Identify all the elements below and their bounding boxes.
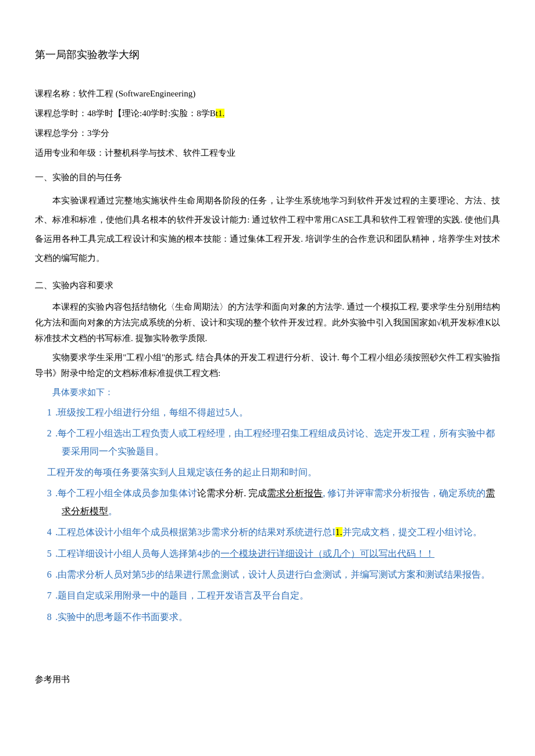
credits-line: 课程总学分：3学分	[35, 126, 500, 140]
section-1-paragraph: 本实验课程通过完整地实施状件生命周期各阶段的任务，让学生系统地学习到软件开发过程…	[35, 191, 500, 268]
item-text: 工程开发的每项任务要落实到人且规定该任务的起止日期和时间。	[47, 467, 317, 477]
requirement-item-8: 8.实验中的思考题不作书面要求。	[35, 608, 500, 626]
requirement-item-6: 6.由需求分析人员对第5步的结果进行黑盒测试，设计人员进行白盒测试，并编写测试方…	[35, 566, 500, 583]
major-label: 适用专业和年级：	[35, 148, 105, 157]
item-number: 1	[47, 407, 52, 417]
item-text: .题目自定或采用附录一中的题目，工程开发语言及平台自定。	[55, 590, 309, 600]
course-name-line: 课程名称：软件工程 (SoftwareEngineering)	[35, 87, 500, 101]
item-text: .班级按工程小组进行分组，每组不得超过5人。	[55, 407, 248, 417]
item-text: .实验中的思考题不作书面要求。	[55, 612, 188, 622]
item-number: 8	[47, 612, 52, 622]
references-heading: 参考用书	[35, 672, 500, 686]
item-text-b: 论需求分析. 完成	[197, 488, 267, 498]
section-2-heading: 二、实验内容和要求	[35, 278, 500, 292]
section-2-paragraph-2: 实物要求学生采用"工程小组"的形式. 结合具体的开发工程进行分析、设计. 每个工…	[35, 350, 500, 381]
requirement-item-2b: 工程开发的每项任务要落实到人且规定该任务的起止日期和时间。	[35, 464, 500, 481]
hours-line: 课程总学时：48学时【理论:40学时:实脸：8学Bt1.	[35, 106, 500, 120]
item-text-a: .每个工程小组全体成员参加集体讨	[55, 488, 197, 498]
item-link-report: 需求分析报告	[267, 488, 323, 498]
requirements-intro: 具体要求如下：	[35, 385, 500, 400]
item-number: 2	[47, 428, 52, 438]
section-2-paragraph-1: 本课程的实验内容包括结物化〈生命周期法〉的方法学和面向对象的方法学. 通过一个模…	[35, 299, 500, 346]
requirement-item-3: 3.每个工程小组全体成员参加集体讨论需求分析. 完成需求分析报告, 修订并评审需…	[35, 485, 500, 520]
requirement-item-5: 5.工程详细设计小组人员每人选择第4步的一个模块进行详细设计（或几个）可以写出代…	[35, 545, 500, 562]
item-text-b: 并完成文档，提交工程小组讨论。	[343, 527, 482, 537]
course-name-label: 课程名称：	[35, 89, 79, 98]
credits-label: 课程总学分：	[35, 128, 87, 138]
item-link-module: 一个模块进行详细设计（或几个）可以写出代码！！	[220, 549, 434, 558]
credits-value: 3学分	[87, 128, 109, 138]
item-number: 6	[47, 569, 52, 579]
item-number: 3	[47, 488, 52, 498]
item-text-d: , 修订并评审需求分析报告，确定系统的	[323, 488, 486, 498]
section-1-heading: 一、实验的目的与任务	[35, 170, 500, 184]
major-value: 计整机科学与技术、软件工程专业	[105, 148, 236, 157]
requirement-item-7: 7.题目自定或采用附录一中的题目，工程开发语言及平台自定。	[35, 587, 500, 604]
course-name-value: 软件工程 (SoftwareEngineering)	[79, 89, 195, 98]
item-number: 7	[47, 590, 52, 600]
item-text: .由需求分析人员对第5步的结果进行黑盒测试，设计人员进行白盒测试，并编写测试方案…	[55, 569, 490, 579]
item-number: 5	[47, 549, 52, 558]
item-text-f: 。	[108, 506, 117, 516]
major-line: 适用专业和年级：计整机科学与技术、软件工程专业	[35, 146, 500, 160]
requirement-item-2: 2.每个工程小组选出工程负责人或工程经理，由工程经理召集工程组成员讨论、选定开发…	[35, 425, 500, 460]
item-number: 4	[47, 527, 52, 537]
page-title: 第一局部实验教学大纲	[35, 46, 500, 63]
item-highlight: 1.	[336, 527, 343, 537]
requirement-item-4: 4.工程总体设计小组年个成员根据第3步需求分析的结果对系统进行总I1.并完成文档…	[35, 524, 500, 541]
hours-highlight: t1.	[216, 109, 224, 118]
item-text-a: .工程总体设计小组年个成员根据第3步需求分析的结果对系统进行总I	[55, 527, 335, 537]
item-text: .每个工程小组选出工程负责人或工程经理，由工程经理召集工程组成员讨论、选定开发工…	[55, 428, 495, 456]
hours-value: 48学时【理论:40学时:实脸：8学B	[87, 109, 216, 118]
item-text-a: .工程详细设计小组人员每人选择第4步的	[55, 549, 220, 558]
hours-label: 课程总学时：	[35, 109, 87, 118]
requirement-item-1: 1.班级按工程小组进行分组，每组不得超过5人。	[35, 404, 500, 421]
